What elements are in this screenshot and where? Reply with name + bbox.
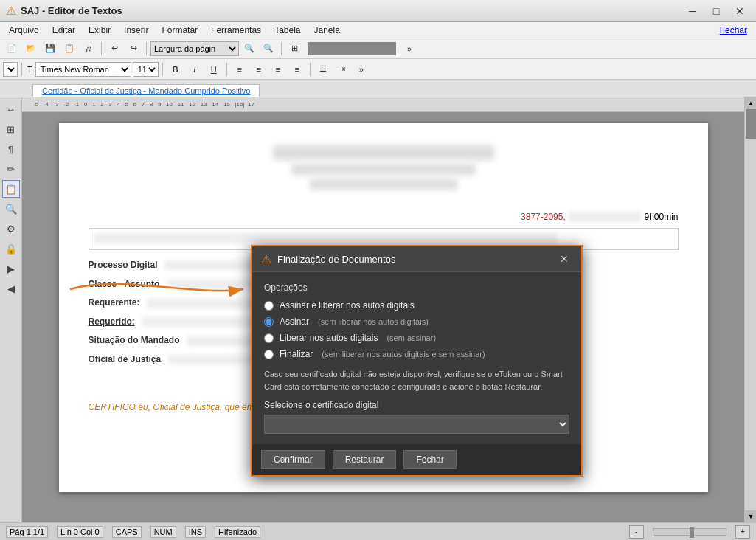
sidebar-btn-8[interactable]: 🔒 xyxy=(2,240,20,257)
radio-sublabel-2: (sem liberar nos autos digitais) xyxy=(318,317,429,326)
zoom-slider-thumb xyxy=(690,527,694,538)
radio-option-4: Finalizar (sem liberar nos autos digitai… xyxy=(264,349,569,359)
tab-bar: Certidão - Oficial de Justiça - Mandado … xyxy=(0,80,756,97)
underline-btn[interactable]: U xyxy=(205,61,223,77)
radio-option-3: Liberar nos autos digitais (sem assinar) xyxy=(264,333,569,343)
dialog-title: ⚠ Finalização de Documentos xyxy=(261,252,395,266)
menu-janela[interactable]: Janela xyxy=(308,22,346,38)
main-toolbar: 📄 📂 💾 📋 🖨 ↩ ↪ Largura da págin 🔍 🔍 ⊞ » xyxy=(0,38,756,59)
minimize-button[interactable]: ─ xyxy=(682,3,703,19)
align-right-btn[interactable]: ≡ xyxy=(269,61,287,77)
sep1 xyxy=(101,42,102,55)
field-requerente: Requerente: xyxy=(89,297,140,308)
radio-label-1[interactable]: Assinar e liberar nos autos digitais xyxy=(280,300,415,311)
maximize-button[interactable]: □ xyxy=(706,3,726,19)
menu-close[interactable]: Fechar xyxy=(720,25,753,35)
sidebar-btn-1[interactable]: ↔ xyxy=(2,100,20,118)
radio-input-3[interactable] xyxy=(264,333,274,343)
fsep3 xyxy=(226,63,227,76)
list-btn[interactable]: ☰ xyxy=(314,61,332,77)
radio-option-1: Assinar e liberar nos autos digitais xyxy=(264,300,569,311)
menu-editar[interactable]: Editar xyxy=(46,22,81,38)
italic-btn[interactable]: I xyxy=(186,61,204,77)
radio-label-3[interactable]: Liberar nos autos digitais xyxy=(280,333,378,343)
zoom-out-status-btn[interactable]: - xyxy=(629,525,644,539)
sidebar-btn-2[interactable]: ⊞ xyxy=(2,120,20,138)
cert-select[interactable] xyxy=(264,415,569,434)
scroll-thumb[interactable] xyxy=(746,109,756,139)
align-justify-btn[interactable]: ≡ xyxy=(288,61,306,77)
status-caps: CAPS xyxy=(112,526,142,538)
radio-label-2[interactable]: Assinar xyxy=(280,316,309,327)
sidebar-btn-5[interactable]: 📋 xyxy=(2,180,20,198)
print-btn[interactable]: 🖨 xyxy=(80,41,97,57)
font-size-select[interactable]: 11 xyxy=(133,62,159,77)
color-bar xyxy=(308,42,396,55)
radio-option-2: Assinar (sem liberar nos autos digitais) xyxy=(264,316,569,327)
align-center-btn[interactable]: ≡ xyxy=(250,61,268,77)
scroll-down-btn[interactable]: ▼ xyxy=(745,510,756,522)
zoom-out-btn[interactable]: 🔍 xyxy=(260,41,277,57)
new-btn[interactable]: 📄 xyxy=(3,41,21,57)
align-left-btn[interactable]: ≡ xyxy=(231,61,249,77)
menu-inserir[interactable]: Inserir xyxy=(118,22,154,38)
app-title: SAJ - Editor de Textos xyxy=(21,5,122,16)
sidebar-btn-4[interactable]: ✏ xyxy=(2,160,20,178)
page-width-select[interactable]: Largura da págin xyxy=(150,41,239,56)
restore-button[interactable]: Restaurar xyxy=(333,450,397,469)
menu-exibir[interactable]: Exibir xyxy=(83,22,117,38)
menu-ferramentas[interactable]: Ferramentas xyxy=(205,22,267,38)
sep2 xyxy=(146,42,147,55)
radio-label-4[interactable]: Finalizar xyxy=(280,349,313,359)
cert-select-label: Selecione o certificado digital xyxy=(264,400,569,410)
sidebar-btn-7[interactable]: ⚙ xyxy=(2,220,20,238)
sidebar-btn-10[interactable]: ◀ xyxy=(2,280,20,297)
font-icon: T xyxy=(26,65,34,74)
document-tab[interactable]: Certidão - Oficial de Justiça - Mandado … xyxy=(32,84,260,97)
extra-btn[interactable]: » xyxy=(400,41,418,57)
zoom-in-status-btn[interactable]: + xyxy=(735,525,750,539)
indent-btn[interactable]: ⇥ xyxy=(333,61,351,77)
page-header-area xyxy=(89,145,679,204)
menu-arquivo[interactable]: Arquivo xyxy=(3,22,45,38)
right-scrollbar[interactable]: ▲ ▼ xyxy=(744,97,756,522)
dialog-close-button[interactable]: ✕ xyxy=(556,251,572,267)
menu-formatar[interactable]: Formatar xyxy=(156,22,204,38)
status-num: NUM xyxy=(150,526,176,538)
open-btn[interactable]: 📂 xyxy=(22,41,40,57)
contact-info: 3877-2095, xyxy=(521,212,566,222)
zoom-slider[interactable] xyxy=(653,528,726,536)
save-btn[interactable]: 💾 xyxy=(41,41,59,57)
dialog-body: Operações Assinar e liberar nos autos di… xyxy=(252,272,581,444)
close-dialog-button[interactable]: Fechar xyxy=(403,450,456,469)
zoom-in-btn[interactable]: 🔍 xyxy=(240,41,258,57)
font-family-select[interactable]: Times New Roman xyxy=(35,62,131,77)
field-oficial: Oficial de Justiça xyxy=(89,354,162,364)
radio-input-1[interactable] xyxy=(264,301,274,311)
field-classe: Classe - Assunto xyxy=(89,279,160,289)
radio-input-2[interactable] xyxy=(264,317,274,327)
redo-btn[interactable]: ↪ xyxy=(125,41,142,57)
menu-tabela[interactable]: Tabela xyxy=(268,22,306,38)
close-button[interactable]: ✕ xyxy=(729,3,750,19)
fsep1 xyxy=(21,63,22,76)
confirm-button[interactable]: Confirmar xyxy=(261,450,325,469)
scroll-up-btn[interactable]: ▲ xyxy=(745,97,756,109)
sidebar-btn-3[interactable]: ¶ xyxy=(2,140,20,158)
save2-btn[interactable]: 📋 xyxy=(60,41,78,57)
fsep4 xyxy=(310,63,311,76)
table-btn[interactable]: ⊞ xyxy=(285,41,303,57)
format-toolbar: T Times New Roman 11 B I U ≡ ≡ ≡ ≡ ☰ ⇥ » xyxy=(0,59,756,80)
extra2-btn[interactable]: » xyxy=(353,61,370,77)
sidebar-btn-9[interactable]: ▶ xyxy=(2,260,20,277)
status-hifenizado: Hifenizado xyxy=(215,526,260,538)
style-select[interactable] xyxy=(3,62,18,77)
contact-row: 3877-2095, 9h00min xyxy=(89,212,679,222)
status-bar: Pág 1 1/1 Lin 0 Col 0 CAPS NUM INS Hifen… xyxy=(0,522,756,540)
radio-input-4[interactable] xyxy=(264,350,274,359)
undo-btn[interactable]: ↩ xyxy=(105,41,123,57)
bold-btn[interactable]: B xyxy=(167,61,184,77)
sidebar-btn-6[interactable]: 🔍 xyxy=(2,200,20,218)
document-area[interactable]: -5 -4 -3 -2 -1 0 1 2 3 4 5 6 7 8 9 10 11… xyxy=(22,97,744,522)
status-page: Pág 1 1/1 xyxy=(6,526,48,538)
